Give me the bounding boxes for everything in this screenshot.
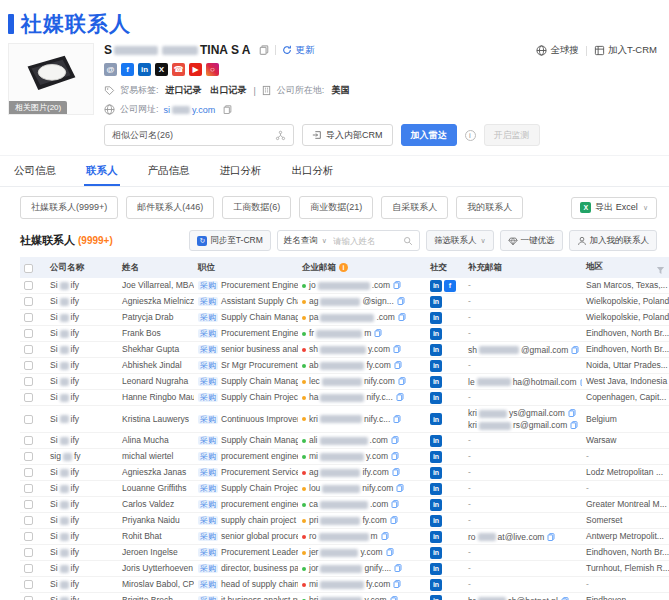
youtube-icon[interactable]: ▶ — [189, 63, 202, 76]
row-checkbox[interactable] — [24, 596, 33, 600]
linkedin-icon[interactable]: in — [430, 547, 442, 559]
linkedin-icon[interactable]: in — [430, 312, 442, 324]
info-icon[interactable]: i — [465, 130, 476, 141]
region-filter-icon[interactable] — [656, 266, 665, 275]
row-checkbox[interactable] — [24, 500, 33, 509]
row-checkbox[interactable] — [24, 580, 33, 589]
company-website-link[interactable]: siy.com — [164, 105, 216, 115]
one-click-optimize-button[interactable]: 一键优选 — [500, 230, 563, 251]
copy-icon[interactable] — [392, 468, 400, 476]
pill-commercial-data[interactable]: 商业数据(21) — [299, 196, 373, 219]
copy-icon[interactable] — [393, 281, 401, 289]
instagram-icon[interactable]: ○ — [206, 63, 219, 76]
import-internal-crm-button[interactable]: 导入内部CRM — [302, 124, 393, 146]
refresh-company-button[interactable]: 更新 — [282, 44, 314, 57]
copy-icon[interactable] — [374, 329, 382, 337]
copy-icon[interactable] — [398, 313, 406, 321]
linkedin-icon[interactable]: in — [430, 328, 442, 340]
name-search-input[interactable] — [333, 236, 397, 246]
export-record-link[interactable]: 出口记录 — [211, 84, 247, 97]
select-all-checkbox[interactable] — [24, 264, 33, 273]
copy-icon[interactable] — [393, 580, 401, 588]
pill-email-contacts[interactable]: 邮件联系人(446) — [126, 196, 214, 219]
tab-export-analysis[interactable]: 出口分析 — [290, 156, 336, 186]
linkedin-icon[interactable]: in — [430, 595, 442, 600]
linkedin-icon[interactable]: in — [430, 344, 442, 356]
name-query-dropdown[interactable]: 姓名查询∨ — [278, 235, 333, 247]
copy-icon[interactable] — [394, 361, 402, 369]
row-checkbox[interactable] — [24, 516, 33, 525]
row-checkbox[interactable] — [24, 415, 33, 424]
row-checkbox[interactable] — [24, 345, 33, 354]
copy-icon[interactable] — [398, 377, 406, 385]
copy-company-name-icon[interactable] — [259, 45, 269, 55]
row-checkbox[interactable] — [24, 393, 33, 402]
linkedin-icon[interactable]: in — [430, 435, 442, 447]
copy-icon[interactable] — [547, 533, 555, 541]
email-info-icon[interactable]: i — [339, 263, 348, 272]
row-checkbox[interactable] — [24, 548, 33, 557]
linkedin-icon[interactable]: in — [430, 376, 442, 388]
similar-company-select[interactable]: 相似公司名(26) — [104, 124, 294, 146]
linkedin-icon[interactable]: in — [430, 483, 442, 495]
add-my-contacts-button[interactable]: 加入我的联系人 — [569, 230, 658, 251]
linkedin-icon[interactable]: in — [430, 296, 442, 308]
copy-icon[interactable] — [571, 346, 579, 354]
join-tcrm-link[interactable]: 加入T-CRM — [594, 44, 657, 57]
row-checkbox[interactable] — [24, 329, 33, 338]
pill-social-contacts[interactable]: 社媒联系人(9999+) — [20, 196, 118, 219]
phone-icon[interactable]: ☎ — [172, 63, 185, 76]
row-checkbox[interactable] — [24, 377, 33, 386]
enable-monitor-button[interactable]: 开启监测 — [484, 124, 540, 146]
copy-icon[interactable] — [390, 516, 398, 524]
tab-contacts[interactable]: 联系人 — [84, 156, 120, 186]
row-checkbox[interactable] — [24, 484, 33, 493]
linkedin-icon[interactable]: in — [430, 563, 442, 575]
tab-import-analysis[interactable]: 进口分析 — [218, 156, 264, 186]
copy-icon[interactable] — [570, 421, 578, 429]
row-checkbox[interactable] — [24, 532, 33, 541]
copy-icon[interactable] — [381, 532, 389, 540]
linkedin-icon[interactable]: in — [430, 360, 442, 372]
sync-tcrm-button[interactable]: ↻ 同步至T-CRM — [189, 230, 270, 251]
row-checkbox[interactable] — [24, 281, 33, 290]
export-excel-button[interactable]: X 导出 Excel ∨ — [571, 197, 657, 219]
copy-icon[interactable] — [396, 484, 404, 492]
filter-contacts-button[interactable]: 筛选联系人∨ — [426, 230, 494, 251]
linkedin-icon[interactable]: in — [430, 499, 442, 511]
x-icon[interactable]: X — [155, 63, 168, 76]
facebook-icon[interactable]: f — [121, 63, 134, 76]
copy-icon[interactable] — [397, 297, 405, 305]
import-record-link[interactable]: 进口记录 — [166, 84, 202, 97]
linkedin-icon[interactable]: in — [430, 579, 442, 591]
global-search-link[interactable]: 全球搜 — [536, 44, 579, 57]
copy-website-icon[interactable] — [223, 105, 232, 114]
linkedin-icon[interactable]: in — [138, 63, 151, 76]
linkedin-icon[interactable]: in — [430, 413, 442, 425]
copy-icon[interactable] — [393, 415, 401, 423]
copy-icon[interactable] — [390, 596, 398, 600]
copy-icon[interactable] — [391, 452, 399, 460]
linkedin-icon[interactable]: in — [430, 280, 442, 292]
row-checkbox[interactable] — [24, 452, 33, 461]
company-product-image[interactable]: 相关图片(20) — [8, 43, 94, 115]
pill-my-contacts[interactable]: 我的联系人 — [456, 196, 523, 219]
linkedin-icon[interactable]: in — [430, 467, 442, 479]
website-icon[interactable]: @ — [104, 63, 117, 76]
pill-self-collected-contacts[interactable]: 自采联系人 — [381, 196, 448, 219]
copy-icon[interactable] — [391, 436, 399, 444]
linkedin-icon[interactable]: in — [430, 531, 442, 543]
copy-icon[interactable] — [396, 393, 404, 401]
pill-business-registry[interactable]: 工商数据(6) — [222, 196, 291, 219]
row-checkbox[interactable] — [24, 564, 33, 573]
copy-icon[interactable] — [561, 597, 569, 600]
facebook-icon[interactable]: f — [444, 280, 456, 292]
linkedin-icon[interactable]: in — [430, 515, 442, 527]
search-icon[interactable] — [397, 236, 419, 246]
copy-icon[interactable] — [394, 564, 402, 572]
copy-icon[interactable] — [391, 500, 399, 508]
tab-company-info[interactable]: 公司信息 — [12, 156, 58, 186]
copy-icon[interactable] — [580, 378, 582, 386]
row-checkbox[interactable] — [24, 468, 33, 477]
copy-icon[interactable] — [568, 409, 576, 417]
